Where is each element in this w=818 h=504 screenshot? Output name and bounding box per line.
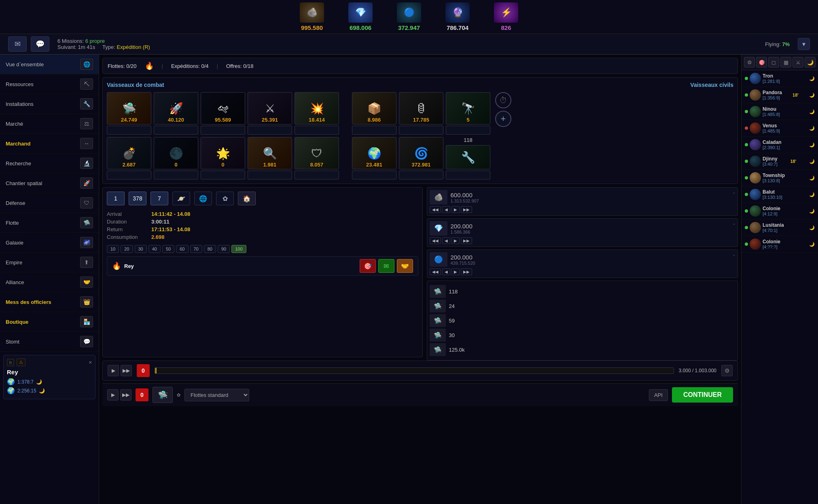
cargo-crystal-back[interactable]: ◀◀ xyxy=(430,237,441,244)
ship-dest-thumb[interactable]: 💥 18.414 xyxy=(295,92,339,124)
ship-special-thumb[interactable]: 🔧 xyxy=(446,145,490,169)
ship-bom-input[interactable] xyxy=(295,171,339,179)
cargo-crystal-fwd[interactable]: ▶▶ xyxy=(461,237,472,244)
speed-20[interactable]: 20 xyxy=(121,245,133,253)
cargo-deut-fwd[interactable]: ▶▶ xyxy=(461,268,472,275)
cargo-crystal-prev[interactable]: ◀ xyxy=(442,237,450,244)
sidebar-item-flotte[interactable]: Flotte 🛸 xyxy=(0,213,99,233)
planet-lusitania[interactable]: Lusitania [4:70:1] 🌙 xyxy=(742,219,818,236)
player-card-close[interactable]: × xyxy=(89,359,92,365)
home-icon-btn[interactable]: 🏠 xyxy=(238,192,256,205)
ship-destr-thumb[interactable]: 🌑 0 xyxy=(154,137,198,169)
sidebar-item-recherche[interactable]: Recherche 🔬 xyxy=(0,154,99,173)
message-button[interactable]: ✉ xyxy=(378,259,394,273)
sidebar-item-installations[interactable]: Installations 🔧 xyxy=(0,94,99,114)
ship-esp-input[interactable] xyxy=(248,171,292,179)
planet-ninou[interactable]: Ninou [1:485:8] 🌙 xyxy=(742,103,818,120)
planet-tron[interactable]: Tron [1:281:8] 🌙 xyxy=(742,70,818,87)
flight-num-2[interactable]: 378 xyxy=(129,192,146,205)
mission-dropdown[interactable]: ▼ xyxy=(798,38,810,50)
planet-balut[interactable]: Balut [3:130:10] 🌙 xyxy=(742,186,818,203)
cargo-crystal-minus[interactable]: - xyxy=(733,220,735,228)
right-target-btn[interactable]: 🎯 xyxy=(756,57,767,67)
ship-gc-thumb[interactable]: 🛢 17.785 xyxy=(399,92,443,124)
fleet-standard-select[interactable]: Flottes standard - xyxy=(184,389,249,401)
cargo-deut-prev[interactable]: ◀ xyxy=(442,268,450,275)
globe-icon-btn[interactable]: 🌐 xyxy=(194,192,212,205)
planet-colonie2[interactable]: Colonie [4:??:?] 🌙 xyxy=(742,236,818,253)
ship-dest-input[interactable] xyxy=(295,126,339,135)
speed-50[interactable]: 50 xyxy=(162,245,174,253)
api-button[interactable]: API xyxy=(649,389,668,401)
ship-bs-thumb[interactable]: ⚔ 25.391 xyxy=(248,92,292,124)
ship-bs-input[interactable] xyxy=(248,126,292,135)
sidebar-item-marchand[interactable]: Marchand ↔ xyxy=(0,134,99,154)
speed-80[interactable]: 80 xyxy=(204,245,216,253)
ship-col-input[interactable] xyxy=(352,171,396,179)
mail-button[interactable]: ✉ xyxy=(8,36,27,52)
sidebar-item-galaxie[interactable]: Galaxie 🌌 xyxy=(0,233,99,253)
bottom-back-btn[interactable]: ▶ xyxy=(107,389,119,401)
target-gear-btn[interactable]: ⚙ xyxy=(721,365,733,376)
right-grid-btn[interactable]: ▦ xyxy=(780,57,791,67)
bottom-fwd-btn[interactable]: ▶▶ xyxy=(120,389,131,401)
add-ship-button[interactable]: + xyxy=(495,111,511,127)
ship-myst-input[interactable] xyxy=(399,171,443,179)
planet-colonie[interactable]: Colonie [4:12:9] 🌙 xyxy=(742,203,818,219)
sidebar-item-overview[interactable]: Vue d`ensemble 🌐 xyxy=(0,55,99,74)
right-gear-btn[interactable]: ⚙ xyxy=(744,57,755,67)
target-zero-btn[interactable]: 0 xyxy=(137,364,150,377)
cargo-deut-minus[interactable]: - xyxy=(733,251,735,259)
ship-sc-input[interactable] xyxy=(352,126,396,135)
ship-gc-input[interactable] xyxy=(399,126,443,135)
cargo-metal-minus[interactable]: - xyxy=(733,189,735,196)
cargo-metal-fwd[interactable]: ▶▶ xyxy=(461,206,472,213)
ship-destr-input[interactable] xyxy=(154,171,198,179)
ship-rec-input[interactable] xyxy=(446,126,490,135)
right-square-btn[interactable]: ◻ xyxy=(768,57,779,67)
ship-special-input[interactable] xyxy=(446,171,490,179)
flight-num-1[interactable]: 1 xyxy=(107,192,125,205)
cargo-metal-next[interactable]: ▶ xyxy=(451,206,460,213)
sidebar-item-stomt[interactable]: Stomt 💬 xyxy=(0,332,99,352)
bottom-zero-btn[interactable]: 0 xyxy=(136,388,148,401)
speed-70[interactable]: 70 xyxy=(190,245,202,253)
speed-30[interactable]: 30 xyxy=(135,245,147,253)
planet-caladan[interactable]: Caladan [2:390:1] 🌙 xyxy=(742,137,818,153)
ship-bomb-input[interactable] xyxy=(107,171,151,179)
flower-icon-btn[interactable]: ✿ xyxy=(216,192,234,205)
cargo-deut-back[interactable]: ◀◀ xyxy=(430,268,441,275)
sidebar-item-boutique[interactable]: Boutique 🏪 xyxy=(0,312,99,332)
sidebar-item-resources[interactable]: Ressources ⛏ xyxy=(0,74,99,94)
target-fwd-btn[interactable]: ▶▶ xyxy=(121,365,132,376)
ship-col-thumb[interactable]: 🌍 23.481 xyxy=(352,137,396,169)
speed-100[interactable]: 100 xyxy=(231,245,246,253)
sidebar-item-marche[interactable]: Marché ⚖ xyxy=(0,114,99,134)
planet-djinny[interactable]: Djinny [3:40:7] 18' 🌙 xyxy=(742,153,818,170)
planet-township[interactable]: Township [3:130:8] 🌙 xyxy=(742,170,818,186)
right-moon-btn[interactable]: 🌙 xyxy=(805,57,816,67)
cargo-deut-next[interactable]: ▶ xyxy=(451,268,460,275)
attack-button[interactable]: 🎯 xyxy=(360,259,376,273)
ship-ds-thumb[interactable]: 🌟 0 xyxy=(201,137,245,169)
speed-10[interactable]: 10 xyxy=(107,245,119,253)
speed-60[interactable]: 60 xyxy=(176,245,188,253)
planet-pandora[interactable]: Pandora [1:356:9] 18' 🌙 xyxy=(742,87,818,103)
ship-sc-thumb[interactable]: 📦 8.986 xyxy=(352,92,396,124)
target-back-btn[interactable]: ▶ xyxy=(108,365,119,376)
ship-myst-thumb[interactable]: 🌀 372.981 xyxy=(399,137,443,169)
right-sword-btn[interactable]: ⚔ xyxy=(793,57,803,67)
sidebar-item-defense[interactable]: Défense 🛡 xyxy=(0,193,99,213)
ship-hc-input[interactable] xyxy=(154,126,198,135)
cargo-metal-back[interactable]: ◀◀ xyxy=(430,206,441,213)
chat-button[interactable]: 💬 xyxy=(31,36,49,52)
flight-num-3[interactable]: 7 xyxy=(150,192,168,205)
sidebar-item-empire[interactable]: Empire ⬆ xyxy=(0,253,99,272)
speed-40[interactable]: 40 xyxy=(148,245,161,253)
ship-cr-input[interactable] xyxy=(201,126,245,135)
cargo-crystal-next[interactable]: ▶ xyxy=(451,237,460,244)
ship-cr-thumb[interactable]: 🛩 95.589 xyxy=(201,92,245,124)
ship-lc-thumb[interactable]: 🛸 24.749 xyxy=(107,92,151,124)
ship-ds-input[interactable] xyxy=(201,171,245,179)
sidebar-item-chantier[interactable]: Chantier spatial 🚀 xyxy=(0,173,99,193)
